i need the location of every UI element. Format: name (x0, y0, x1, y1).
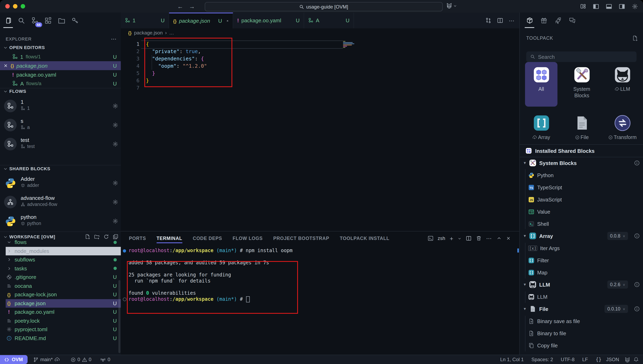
flow-settings-gear-icon[interactable] (112, 103, 118, 109)
file-row-pyproject[interactable]: pyproject.tomlU (6, 325, 121, 334)
tree-item-binary-save-as-file[interactable]: Binary save as file (520, 315, 643, 327)
notifications-bell-icon[interactable] (633, 357, 639, 362)
file-row-oocana[interactable]: oocanaU (6, 282, 121, 290)
cursor-position[interactable]: Ln 1, Col 1 (498, 357, 526, 362)
branch-status[interactable]: main* (31, 357, 62, 362)
tree-group-array[interactable]: ▼ Array 0.0.8∨ (520, 230, 643, 242)
toolpack-card-all-selected[interactable]: All (525, 62, 558, 106)
command-center-search[interactable]: usage-guide [OVM] (205, 2, 443, 11)
problems-status[interactable]: 0 0 (68, 357, 94, 362)
toggle-secondary-sidebar-icon[interactable] (619, 3, 625, 10)
tab-flow-1[interactable]: 1 U (121, 12, 169, 28)
terminal-scrollbar[interactable] (517, 248, 519, 252)
folder-row-node-modules[interactable]: node_modules (6, 247, 121, 255)
open-changes-icon[interactable] (485, 18, 491, 24)
split-editor-icon[interactable] (497, 18, 503, 24)
tree-item-copy-file[interactable]: Copy file (520, 339, 643, 352)
info-icon[interactable] (634, 233, 640, 239)
shared-block-item[interactable]: advanced-flow advanced-flow (4, 195, 118, 211)
maximize-panel-icon[interactable] (497, 236, 502, 241)
panel-tab-project-bootstrap[interactable]: PROJECT BOOTSTRAP (273, 232, 329, 245)
code-editor[interactable]: 1234567 { "private": true, "dependencies… (121, 37, 520, 231)
language-mode[interactable]: {} JSON (593, 357, 622, 362)
activity-toolpack[interactable] (526, 16, 534, 24)
file-row-package-lock[interactable]: {}package-lock.jsonU (6, 290, 121, 299)
chevron-down-icon[interactable] (458, 236, 461, 240)
flow-item[interactable]: s a (4, 118, 118, 134)
info-icon[interactable] (634, 282, 640, 288)
cat-icon[interactable] (624, 356, 630, 362)
open-editors-header[interactable]: OPEN EDITORS (3, 45, 45, 50)
folder-row-subflows[interactable]: subflows (6, 255, 121, 264)
remote-indicator[interactable]: OVM (0, 355, 28, 364)
tab-package-json-active[interactable]: {} package.json U (169, 12, 233, 28)
info-icon[interactable] (634, 306, 640, 312)
tree-item-map[interactable]: Map (520, 266, 643, 278)
tree-group-system-blocks[interactable]: ▼ System Blocks (520, 157, 643, 169)
tree-item-llm[interactable]: LLM (520, 291, 643, 303)
split-terminal-icon[interactable] (466, 236, 472, 241)
open-editor-item[interactable]: ! package.oo.yaml U (0, 70, 121, 79)
close-window-button[interactable] (5, 4, 10, 8)
tree-item-python[interactable]: Python (520, 169, 643, 181)
block-settings-gear-icon[interactable] (112, 180, 118, 186)
flow-item[interactable]: test test (4, 137, 118, 153)
minimize-window-button[interactable] (13, 4, 18, 8)
panel-tab-code-deps[interactable]: CODE DEPS (193, 232, 222, 245)
explorer-more-icon[interactable]: ⋯ (111, 36, 117, 42)
toolpack-search-input[interactable]: Search (526, 52, 636, 62)
assistant-menu-button[interactable] (446, 2, 457, 9)
file-row-package-json-selected[interactable]: {}package.jsonU (6, 299, 121, 308)
activity-folder[interactable] (58, 16, 66, 24)
block-settings-gear-icon[interactable] (112, 199, 118, 205)
terminal-output[interactable]: root@localhost:/app/workspace (main*) # … (123, 248, 520, 355)
activity-gifts[interactable] (540, 16, 548, 24)
version-dropdown[interactable]: 0.2.6∨ (607, 280, 628, 288)
tab-flow-a[interactable]: A U (304, 12, 354, 28)
flows-section-header[interactable]: FLOWS (3, 89, 118, 94)
activity-extensions[interactable] (44, 16, 52, 24)
tree-item-shell[interactable]: Shell (520, 218, 643, 230)
activity-search[interactable] (18, 16, 26, 24)
encoding[interactable]: UTF-8 (558, 357, 577, 362)
shell-label[interactable]: zsh (438, 236, 445, 241)
code-content[interactable]: { "private": true, "dependencies": { "oo… (146, 40, 504, 92)
breadcrumb[interactable]: {} package.json › … (121, 28, 520, 37)
file-row-readme[interactable]: README.mdU (6, 334, 121, 342)
editor-more-actions-icon[interactable]: ⋯ (509, 17, 515, 24)
open-editor-item-active[interactable]: {} package.json U (0, 61, 121, 70)
shared-blocks-section-header[interactable]: SHARED BLOCKS (3, 166, 118, 171)
minimap[interactable] (343, 41, 355, 48)
tree-item-iter-args[interactable]: [x]Iter Args (520, 242, 643, 254)
shared-block-item[interactable]: python python (4, 214, 118, 230)
block-settings-gear-icon[interactable] (112, 218, 118, 224)
eol[interactable]: LF (580, 357, 590, 362)
version-dropdown[interactable]: 0.0.8∨ (607, 232, 628, 240)
file-row-gitignore[interactable]: .gitignoreU (6, 273, 121, 282)
toolpack-card-array[interactable]: Array (525, 115, 558, 141)
tab-package-oo-yaml[interactable]: ! package.oo.yaml U (233, 12, 304, 28)
indentation[interactable]: Spaces: 2 (529, 357, 556, 362)
folder-row-tasks[interactable]: tasks (6, 264, 121, 273)
tree-group-llm[interactable]: ▼ LLM 0.2.6∨ (520, 278, 643, 291)
flow-item[interactable]: 1 1 (4, 99, 118, 115)
toolpack-card-file[interactable]: File (566, 115, 598, 141)
open-editor-item[interactable]: A flows/a U (0, 79, 121, 88)
flow-settings-gear-icon[interactable] (112, 122, 118, 128)
flow-settings-gear-icon[interactable] (112, 141, 118, 147)
panel-more-actions-icon[interactable]: ⋯ (486, 235, 492, 242)
toolpack-card-transform[interactable]: Transform (606, 115, 638, 141)
new-terminal-icon[interactable]: + (450, 235, 453, 242)
panel-tab-flow-logs[interactable]: FLOW LOGS (233, 232, 263, 245)
file-row-poetry-lock[interactable]: poetry.lockU (6, 316, 121, 325)
activity-explorer[interactable] (4, 16, 12, 24)
toggle-panel-icon[interactable] (606, 3, 612, 10)
panel-tab-terminal-active[interactable]: TERMINAL (156, 232, 182, 245)
shared-block-item[interactable]: Adder adder (4, 176, 118, 192)
open-editor-item[interactable]: 1 flows/1 U (0, 52, 121, 61)
nav-forward-icon[interactable]: → (189, 3, 195, 10)
panel-tab-toolpack-install[interactable]: TOOLPACK INSTALL (340, 232, 390, 245)
info-icon[interactable] (634, 160, 640, 166)
close-panel-icon[interactable] (506, 236, 511, 241)
zoom-window-button[interactable] (21, 4, 25, 8)
